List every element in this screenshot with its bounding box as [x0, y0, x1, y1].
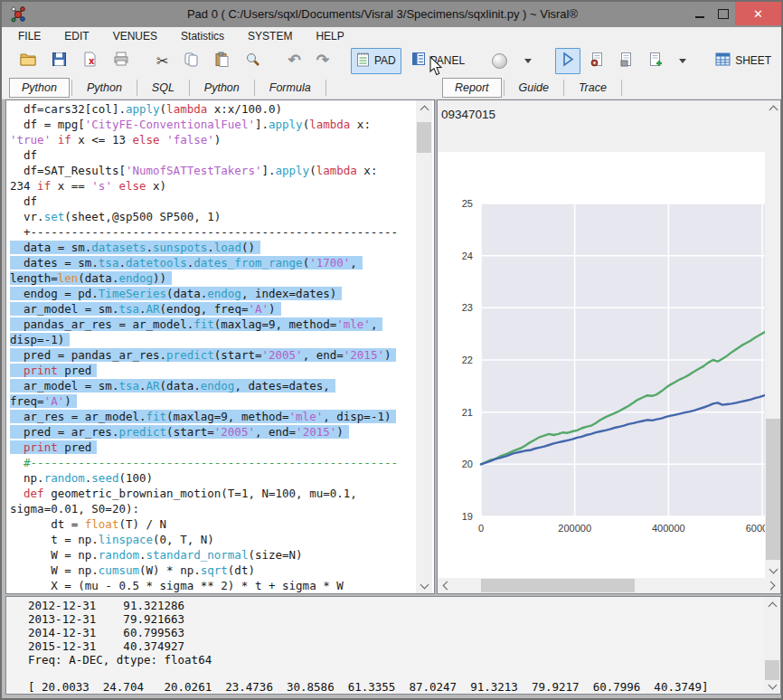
- menu-statistics[interactable]: Statistics: [181, 30, 224, 43]
- code-editor-panel[interactable]: df=cars32[col].apply(lambda x:x/100.0) d…: [5, 99, 435, 594]
- copy-button[interactable]: [178, 48, 204, 74]
- code-line[interactable]: W = np.cumsum(W) * np.sqrt(dt): [10, 563, 415, 578]
- code-line[interactable]: #---------------------------------------…: [10, 455, 415, 470]
- open-button[interactable]: [14, 48, 42, 73]
- scroll-thumb[interactable]: [481, 579, 635, 592]
- code-line[interactable]: df=cars32[col].apply(lambda x:x/100.0): [10, 101, 415, 117]
- scroll-up-arrow[interactable]: [416, 100, 432, 116]
- code-line[interactable]: dates = sm.tsa.datetools.dates_from_rang…: [10, 255, 415, 270]
- menu-venues[interactable]: VENUES: [113, 30, 157, 43]
- paste-button[interactable]: [209, 48, 235, 74]
- run-button[interactable]: [555, 48, 580, 74]
- pad-button[interactable]: PAD: [351, 48, 401, 74]
- menu-system[interactable]: SYSTEM: [248, 30, 292, 43]
- svg-text:19: 19: [462, 511, 473, 522]
- scroll-right-arrow[interactable]: [764, 578, 780, 593]
- code-line[interactable]: ar_model = sm.tsa.AR(endog, freq='A'): [10, 301, 415, 317]
- tab-python[interactable]: Python: [192, 78, 252, 98]
- output-console[interactable]: 2012-12-31 91.3212862013-12-31 79.921663…: [5, 596, 781, 695]
- scroll-thumb[interactable]: [417, 122, 431, 153]
- code-line[interactable]: df=SAT_Results['NumofSATTestTakers'].app…: [10, 163, 415, 178]
- run-icon: [561, 52, 575, 71]
- code-line[interactable]: np.random.seed(100): [10, 470, 415, 486]
- code-line[interactable]: disp=-1): [10, 332, 415, 347]
- copy-icon: [184, 52, 199, 71]
- toolbar: x ✂ ↶ ↷ PAD PANEL SHEET: [2, 45, 781, 76]
- search-icon: [245, 52, 260, 71]
- tab-python[interactable]: Python: [74, 78, 135, 98]
- scroll-thumb[interactable]: [766, 419, 780, 560]
- tab-report[interactable]: Report: [442, 78, 502, 98]
- code-line[interactable]: 234 if x == 's' else x): [10, 178, 415, 194]
- search-button[interactable]: [240, 48, 266, 74]
- code-line[interactable]: X = (mu - 0.5 * sigma ** 2) * t + sigma …: [10, 578, 415, 593]
- scroll-down-arrow[interactable]: [765, 563, 781, 578]
- code-line[interactable]: ar_model = sm.tsa.AR(data.endog, dates=d…: [10, 378, 415, 393]
- run-page-button[interactable]: [614, 48, 638, 74]
- add-page-dropdown[interactable]: [672, 55, 693, 67]
- code-line[interactable]: 'true' if x <= 13 else 'false'): [10, 132, 415, 147]
- code-line[interactable]: sigma=0.01, S0=20):: [10, 501, 415, 516]
- notepad-icon: [356, 52, 370, 71]
- print-button[interactable]: [108, 48, 135, 73]
- redo-button[interactable]: ↷: [311, 49, 335, 72]
- maximize-icon: [718, 9, 729, 19]
- scroll-down-arrow[interactable]: [764, 678, 780, 694]
- add-page-button[interactable]: [643, 48, 667, 74]
- svg-text:200000: 200000: [558, 523, 591, 534]
- code-line[interactable]: t = np.linspace(0, T, N): [10, 532, 415, 547]
- code-line[interactable]: dt = float(T) / N: [10, 516, 415, 532]
- code-line[interactable]: freq='A'): [10, 393, 415, 409]
- code-line[interactable]: W = np.random.standard_normal(size=N): [10, 547, 415, 563]
- code-content[interactable]: df=cars32[col].apply(lambda x:x/100.0) d…: [6, 100, 415, 593]
- menu-file[interactable]: FILE: [18, 30, 41, 43]
- minimize-icon: [695, 16, 704, 18]
- scroll-up-arrow[interactable]: [764, 597, 780, 612]
- menu-edit[interactable]: EDIT: [64, 30, 89, 43]
- code-line[interactable]: df: [10, 147, 415, 163]
- code-line[interactable]: print pred: [10, 363, 415, 378]
- code-line[interactable]: print pred: [10, 440, 415, 455]
- cut-button[interactable]: ✂: [151, 49, 174, 73]
- report-vertical-scrollbar[interactable]: [765, 100, 781, 578]
- code-line[interactable]: length=len(data.endog)): [10, 270, 415, 286]
- code-line[interactable]: vr.set(sheet,@sp500 SP500, 1): [10, 209, 415, 224]
- code-line[interactable]: ar_res = ar_model.fit(maxlag=9, method='…: [10, 409, 415, 424]
- code-vertical-scrollbar[interactable]: [416, 100, 432, 593]
- save-button[interactable]: [46, 48, 72, 74]
- code-line[interactable]: pred = ar_res.predict(start='2005', end=…: [10, 424, 415, 440]
- status-led-dropdown[interactable]: [517, 55, 539, 67]
- tab-formula[interactable]: Formula: [257, 78, 324, 98]
- code-line[interactable]: df: [10, 194, 415, 209]
- tab-sql[interactable]: SQL: [139, 78, 187, 98]
- status-led-button[interactable]: [486, 50, 513, 72]
- page-plus-icon: [648, 52, 662, 71]
- code-line[interactable]: df = mpg['CityFE-ConventionalFuel'].appl…: [10, 117, 415, 132]
- tab-trace[interactable]: Trace: [566, 78, 619, 98]
- scroll-thumb[interactable]: [765, 660, 779, 680]
- delete-file-button[interactable]: x: [77, 48, 103, 74]
- code-line[interactable]: endog = pd.TimeSeries(data.endog, index=…: [10, 286, 415, 301]
- menu-help[interactable]: HELP: [316, 30, 344, 43]
- print-icon: [113, 52, 129, 70]
- report-horizontal-scrollbar[interactable]: [438, 578, 780, 593]
- code-line[interactable]: +---------------------------------------…: [10, 224, 415, 240]
- sheet-button[interactable]: SHEET: [710, 49, 777, 73]
- code-line[interactable]: def geometric_brownian_motion(T=1, N=100…: [10, 486, 415, 501]
- sheet-icon: [715, 52, 731, 70]
- minimize-button[interactable]: [689, 2, 711, 25]
- tab-python[interactable]: Python: [9, 78, 70, 98]
- dropdown-caret-icon: [524, 59, 532, 63]
- undo-button[interactable]: ↶: [282, 49, 306, 72]
- code-line[interactable]: pred = pandas_ar_res.predict(start='2005…: [10, 347, 415, 363]
- tab-guide[interactable]: Guide: [506, 78, 561, 98]
- close-button[interactable]: ✕: [735, 2, 781, 25]
- code-line[interactable]: data = sm.datasets.sunspots.load(): [10, 240, 415, 255]
- scroll-down-arrow[interactable]: [416, 578, 432, 593]
- code-line[interactable]: pandas_ar_res = ar_model.fit(maxlag=9, m…: [10, 317, 415, 332]
- output-vertical-scrollbar[interactable]: [764, 597, 780, 694]
- scroll-up-arrow[interactable]: [765, 100, 781, 116]
- scroll-left-arrow[interactable]: [438, 578, 454, 593]
- run-settings-button[interactable]: [585, 48, 609, 74]
- maximize-button[interactable]: [712, 2, 734, 25]
